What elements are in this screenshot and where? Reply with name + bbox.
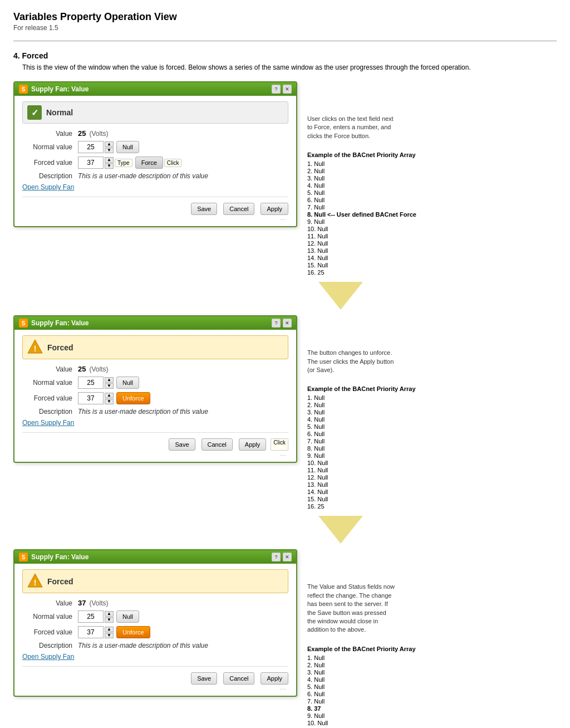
click-cursor-label: Click xyxy=(164,159,182,167)
dialog-panel-1: SSupply Fan: Value?✕✓NormalValue25(Volts… xyxy=(13,81,297,227)
priority-array-item: 4. Null xyxy=(307,676,430,683)
description-text: This is a user-made description of this … xyxy=(78,172,208,180)
forced-value-label: Forced value xyxy=(22,159,78,167)
value-label: Value xyxy=(22,365,78,373)
window-footer-dots: .... xyxy=(22,685,288,689)
apply-button[interactable]: Apply xyxy=(239,438,267,451)
apply-button[interactable]: Apply xyxy=(261,203,288,215)
close-button[interactable]: ✕ xyxy=(283,319,292,328)
priority-array-item: 14. Null xyxy=(307,255,430,261)
priority-array-item: 11. Null xyxy=(307,467,430,473)
normal-value-up[interactable]: ▲ xyxy=(105,611,114,617)
window-title: Supply Fan: Value xyxy=(31,319,89,327)
priority-array-item: 13. Null xyxy=(307,481,430,488)
open-supply-fan-link[interactable]: Open Supply Fan xyxy=(22,183,74,191)
value-unit: (Volts) xyxy=(89,365,108,373)
status-bar: !Forced xyxy=(22,569,288,593)
normal-value-down[interactable]: ▼ xyxy=(105,148,114,153)
priority-array-item: 11. Null xyxy=(307,233,430,240)
side-text: The Value and Status fields now reflect … xyxy=(307,583,396,634)
unforce-button[interactable]: Unforce xyxy=(116,626,150,638)
priority-array-title: Example of the BACnet Priority Array xyxy=(307,385,430,392)
priority-array-item: 6. Null xyxy=(307,691,430,697)
normal-value-down[interactable]: ▼ xyxy=(105,383,114,389)
priority-array-annotation: Example of the BACnet Priority Array1. N… xyxy=(307,152,430,276)
help-button[interactable]: ? xyxy=(272,85,281,94)
forced-value-input[interactable] xyxy=(78,392,104,404)
priority-array-item: 2. Null xyxy=(307,662,430,668)
status-check-icon: ✓ xyxy=(27,105,42,120)
save-button[interactable]: Save xyxy=(169,438,195,451)
normal-value-input[interactable] xyxy=(78,141,104,153)
close-button[interactable]: ✕ xyxy=(283,85,292,94)
description-label: Description xyxy=(22,642,78,649)
normal-value-input[interactable] xyxy=(78,610,104,623)
svg-text:!: ! xyxy=(34,344,37,353)
normal-value-up[interactable]: ▲ xyxy=(105,141,114,147)
apply-button[interactable]: Apply xyxy=(261,672,288,685)
unforce-button[interactable]: Unforce xyxy=(116,392,150,404)
description-row: DescriptionThis is a user-made descripti… xyxy=(22,172,288,180)
priority-array-item: 5. Null xyxy=(307,683,430,690)
priority-array-item: 8. Null xyxy=(307,445,430,452)
forced-value-input[interactable] xyxy=(78,157,104,169)
open-supply-fan-link[interactable]: Open Supply Fan xyxy=(22,653,74,661)
forced-value-up[interactable]: ▲ xyxy=(105,157,114,163)
dialog-panel-3: SSupply Fan: Value?✕!ForcedValue37(Volts… xyxy=(13,549,297,697)
value-row: Value25(Volts) xyxy=(22,365,288,373)
status-warn-icon: ! xyxy=(27,573,43,589)
save-button[interactable]: Save xyxy=(191,203,217,215)
normal-value-down[interactable]: ▼ xyxy=(105,617,114,623)
forced-value-down[interactable]: ▼ xyxy=(105,163,114,169)
window-app-icon: S xyxy=(19,553,28,561)
cancel-button[interactable]: Cancel xyxy=(223,203,254,215)
bottom-buttons: SaveCancelApply xyxy=(22,197,288,215)
help-button[interactable]: ? xyxy=(272,319,281,328)
forced-value-down[interactable]: ▼ xyxy=(105,633,114,638)
cancel-button[interactable]: Cancel xyxy=(223,672,254,685)
normal-value-row: Normal value▲▼Null xyxy=(22,610,288,623)
status-text: Normal xyxy=(46,108,73,117)
svg-text:!: ! xyxy=(34,578,37,587)
priority-array-item: 7. Null xyxy=(307,698,430,705)
side-text: User clicks on the text field next to Fo… xyxy=(307,115,396,140)
window-footer-dots: .... xyxy=(22,451,288,455)
normal-value-up[interactable]: ▲ xyxy=(105,377,114,383)
priority-array-item: 3. Null xyxy=(307,409,430,416)
null-button[interactable]: Null xyxy=(116,610,139,623)
forced-value-up[interactable]: ▲ xyxy=(105,627,114,632)
priority-array-item: 3. Null xyxy=(307,175,430,182)
close-button[interactable]: ✕ xyxy=(283,553,292,561)
forced-value-up[interactable]: ▲ xyxy=(105,393,114,398)
force-button[interactable]: Force xyxy=(135,157,163,169)
normal-value-input[interactable] xyxy=(78,377,104,389)
value-label: Value xyxy=(22,599,78,607)
priority-array-item: 8. 37 xyxy=(307,705,430,712)
help-button[interactable]: ? xyxy=(272,553,281,561)
priority-array-item: 7. Null xyxy=(307,204,430,211)
side-text: The button changes to unforce. The user … xyxy=(307,349,396,374)
forced-value-down[interactable]: ▼ xyxy=(105,399,114,404)
normal-value-label: Normal value xyxy=(22,379,78,387)
priority-array-title: Example of the BACnet Priority Array xyxy=(307,646,430,652)
link-row: Open Supply Fan xyxy=(22,419,288,427)
page-subtitle: For release 1.5 xyxy=(13,24,557,32)
forced-value-row: Forced value▲▼Unforce xyxy=(22,626,288,638)
null-button[interactable]: Null xyxy=(116,141,139,153)
save-button[interactable]: Save xyxy=(191,672,217,685)
open-supply-fan-link[interactable]: Open Supply Fan xyxy=(22,419,74,427)
null-button[interactable]: Null xyxy=(116,377,139,389)
priority-array-item: 10. Null xyxy=(307,226,430,232)
window-row-2: SSupply Fan: Value?✕!ForcedValue25(Volts… xyxy=(13,315,557,510)
priority-array-item: 15. Null xyxy=(307,262,430,268)
value-display: 25 xyxy=(78,129,86,138)
cancel-button[interactable]: Cancel xyxy=(202,438,233,451)
bottom-buttons: SaveCancelApply xyxy=(22,666,288,685)
forced-value-input[interactable] xyxy=(78,626,104,638)
right-col-3: The Value and Status fields now reflect … xyxy=(307,549,430,728)
value-unit: (Volts) xyxy=(89,130,108,138)
priority-array-item: 5. Null xyxy=(307,423,430,430)
priority-array-item: 4. Null xyxy=(307,182,430,189)
bottom-buttons: SaveCancelApplyClick xyxy=(22,432,288,451)
normal-value-label: Normal value xyxy=(22,143,78,151)
